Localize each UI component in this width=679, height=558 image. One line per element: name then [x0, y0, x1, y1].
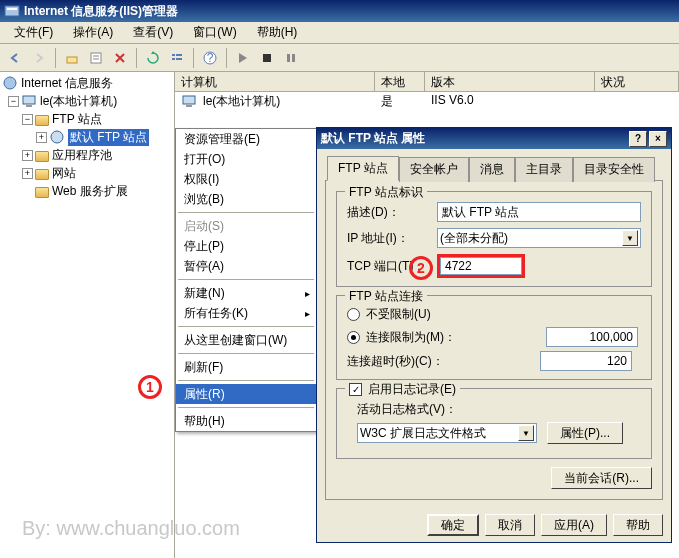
log-props-button[interactable]: 属性(P)... [547, 422, 623, 444]
ctx-new-window[interactable]: 从这里创建窗口(W) [176, 330, 316, 350]
ctx-stop[interactable]: 停止(P) [176, 236, 316, 256]
menu-file[interactable]: 文件(F) [4, 22, 63, 43]
list-row[interactable]: le(本地计算机) 是 IIS V6.0 [175, 92, 679, 110]
tree-expand-icon[interactable]: + [36, 132, 47, 143]
cancel-button[interactable]: 取消 [485, 514, 535, 536]
dialog-title: 默认 FTP 站点 属性 [321, 130, 425, 147]
enable-log-checkbox[interactable] [349, 383, 362, 396]
tree-websites[interactable]: + 网站 [2, 164, 172, 182]
tree-computer[interactable]: − le(本地计算机) [2, 92, 172, 110]
iis-icon [2, 75, 18, 91]
ctx-permissions[interactable]: 权限(I) [176, 169, 316, 189]
ctx-open[interactable]: 打开(O) [176, 149, 316, 169]
dialog-tabs: FTP 站点 安全帐户 消息 主目录 目录安全性 [317, 149, 671, 180]
toolbar-forward-icon[interactable] [28, 47, 50, 69]
toolbar-help-icon[interactable]: ? [199, 47, 221, 69]
ctx-properties[interactable]: 属性(R) [176, 384, 316, 404]
toolbar-separator [136, 48, 137, 68]
ctx-explorer[interactable]: 资源管理器(E) [176, 129, 316, 149]
ftp-site-icon [49, 129, 65, 145]
tree-root[interactable]: Internet 信息服务 [2, 74, 172, 92]
toolbar-back-icon[interactable] [4, 47, 26, 69]
radio-unlimited-label: 不受限制(U) [366, 306, 431, 323]
tree-web-ext[interactable]: Web 服务扩展 [2, 182, 172, 200]
enable-log-row[interactable]: 启用日志记录(E) [345, 381, 460, 398]
svg-rect-14 [292, 54, 295, 62]
toolbar-stop-icon[interactable] [256, 47, 278, 69]
tab-ftp-site[interactable]: FTP 站点 [327, 156, 399, 181]
tree-app-pools-label: 应用程序池 [52, 147, 112, 164]
tab-security-acct[interactable]: 安全帐户 [399, 157, 469, 182]
col-local[interactable]: 本地 [375, 72, 425, 91]
toolbar-refresh-icon[interactable] [142, 47, 164, 69]
tree-collapse-icon[interactable]: − [8, 96, 19, 107]
current-sessions-button[interactable]: 当前会话(R)... [551, 467, 652, 489]
folder-icon [35, 187, 49, 198]
ctx-separator [178, 380, 314, 381]
radio-unlimited[interactable] [347, 308, 360, 321]
col-computer[interactable]: 计算机 [175, 72, 375, 91]
tab-home-dir[interactable]: 主目录 [515, 157, 573, 182]
chevron-down-icon[interactable]: ▼ [622, 230, 638, 246]
tree-ftp-sites[interactable]: − FTP 站点 [2, 110, 172, 128]
ctx-browse[interactable]: 浏览(B) [176, 189, 316, 209]
ctx-pause[interactable]: 暂停(A) [176, 256, 316, 276]
menu-window[interactable]: 窗口(W) [183, 22, 246, 43]
svg-text:?: ? [207, 51, 214, 65]
ctx-new[interactable]: 新建(N) [176, 283, 316, 303]
tree-collapse-icon[interactable]: − [22, 114, 33, 125]
menu-help[interactable]: 帮助(H) [247, 22, 308, 43]
toolbar-list-icon[interactable] [166, 47, 188, 69]
menubar: 文件(F) 操作(A) 查看(V) 窗口(W) 帮助(H) [0, 22, 679, 44]
marker-1: 1 [138, 375, 162, 399]
tree-ftp-label: FTP 站点 [52, 111, 102, 128]
port-input[interactable] [440, 257, 522, 275]
ip-select[interactable]: (全部未分配) ▼ [437, 228, 641, 248]
window-titlebar: Internet 信息服务(IIS)管理器 [0, 0, 679, 22]
svg-rect-19 [183, 96, 195, 104]
chevron-down-icon[interactable]: ▼ [518, 425, 534, 441]
dialog-help-icon[interactable]: ? [629, 131, 647, 147]
tree-expand-icon[interactable]: + [22, 168, 33, 179]
ctx-help[interactable]: 帮助(H) [176, 411, 316, 431]
tab-dir-security[interactable]: 目录安全性 [573, 157, 655, 182]
radio-unlimited-row[interactable]: 不受限制(U) [347, 306, 641, 323]
toolbar: ? [0, 44, 679, 72]
folder-icon [35, 169, 49, 180]
toolbar-up-icon[interactable] [61, 47, 83, 69]
group-site-id-title: FTP 站点标识 [345, 184, 427, 201]
ctx-separator [178, 212, 314, 213]
col-version[interactable]: 版本 [425, 72, 595, 91]
menu-view[interactable]: 查看(V) [123, 22, 183, 43]
radio-limited[interactable] [347, 331, 360, 344]
toolbar-play-icon[interactable] [232, 47, 254, 69]
timeout-input[interactable] [540, 351, 632, 371]
toolbar-pause-icon[interactable] [280, 47, 302, 69]
tree-app-pools[interactable]: + 应用程序池 [2, 146, 172, 164]
apply-button[interactable]: 应用(A) [541, 514, 607, 536]
toolbar-props-icon[interactable] [85, 47, 107, 69]
group-connections: FTP 站点连接 不受限制(U) 连接限制为(M)： 连接超时(秒)(C)： [336, 295, 652, 380]
tree-default-ftp[interactable]: + 默认 FTP 站点 [2, 128, 172, 146]
ctx-separator [178, 407, 314, 408]
desc-input[interactable] [437, 202, 641, 222]
ok-button[interactable]: 确定 [427, 514, 479, 536]
group-conn-title: FTP 站点连接 [345, 288, 427, 305]
conn-limit-input[interactable] [546, 327, 638, 347]
ctx-start[interactable]: 启动(S) [176, 216, 316, 236]
ctx-refresh[interactable]: 刷新(F) [176, 357, 316, 377]
dialog-close-icon[interactable]: × [649, 131, 667, 147]
help-button[interactable]: 帮助 [613, 514, 663, 536]
svg-rect-13 [287, 54, 290, 62]
ctx-all-tasks[interactable]: 所有任务(K) [176, 303, 316, 323]
svg-rect-1 [7, 8, 17, 10]
svg-point-15 [4, 77, 16, 89]
radio-limited-row[interactable]: 连接限制为(M)： [347, 327, 641, 347]
tree-computer-label: le(本地计算机) [40, 93, 117, 110]
tab-messages[interactable]: 消息 [469, 157, 515, 182]
toolbar-delete-icon[interactable] [109, 47, 131, 69]
col-status[interactable]: 状况 [595, 72, 679, 91]
log-format-select[interactable]: W3C 扩展日志文件格式 ▼ [357, 423, 537, 443]
tree-expand-icon[interactable]: + [22, 150, 33, 161]
menu-operate[interactable]: 操作(A) [63, 22, 123, 43]
